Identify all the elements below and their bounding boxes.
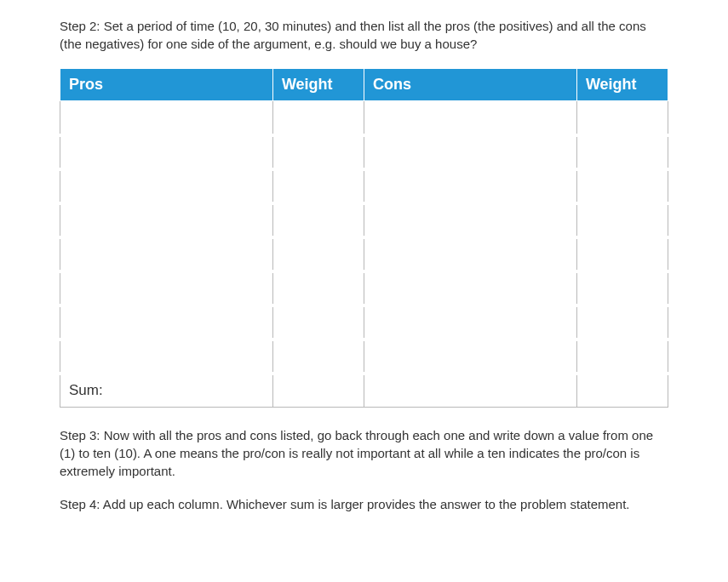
cell-con[interactable] [364,237,576,271]
cell-con-weight[interactable] [576,203,668,237]
header-cons-weight: Weight [576,69,668,101]
table-row [60,101,668,135]
cell-pro[interactable] [60,340,273,374]
cell-pro[interactable] [60,271,273,305]
cell-pro-weight[interactable] [272,305,364,340]
cell-sum-label: Sum: [60,374,273,408]
step4-text: Step 4: Add up each column. Whichever su… [60,495,668,513]
table-row [60,203,668,237]
cell-pro[interactable] [60,203,273,237]
header-cons: Cons [364,69,576,101]
cell-pro-weight[interactable] [272,101,364,135]
table-row [60,271,668,305]
cell-sum-pro-weight[interactable] [272,374,364,408]
cell-pro-weight[interactable] [272,271,364,305]
cell-pro-weight[interactable] [272,203,364,237]
table-header-row: Pros Weight Cons Weight [60,69,668,101]
table-sum-row: Sum: [60,374,668,408]
cell-pro-weight[interactable] [272,237,364,271]
cell-pro[interactable] [60,135,273,169]
cell-con[interactable] [364,340,576,374]
header-pros-weight: Weight [272,69,364,101]
table-row [60,305,668,340]
cell-con[interactable] [364,305,576,340]
step2-text: Step 2: Set a period of time (10, 20, 30… [60,17,668,53]
header-pros: Pros [60,69,273,101]
cell-con-weight[interactable] [576,271,668,305]
cell-sum-con-weight[interactable] [576,374,668,408]
cell-con-weight[interactable] [576,135,668,169]
step3-text: Step 3: Now with all the pros and cons l… [60,426,668,480]
table-row [60,169,668,203]
cell-pro[interactable] [60,237,273,271]
pros-cons-table: Pros Weight Cons Weight [60,68,668,408]
cell-con[interactable] [364,203,576,237]
cell-con[interactable] [364,271,576,305]
cell-pro[interactable] [60,169,273,203]
table-row [60,340,668,374]
cell-pro[interactable] [60,101,273,135]
cell-pro-weight[interactable] [272,169,364,203]
cell-pro[interactable] [60,305,273,340]
cell-con-weight[interactable] [576,340,668,374]
cell-sum-con[interactable] [364,374,576,408]
cell-pro-weight[interactable] [272,135,364,169]
cell-con-weight[interactable] [576,101,668,135]
cell-con-weight[interactable] [576,237,668,271]
table-row [60,135,668,169]
cell-con-weight[interactable] [576,169,668,203]
cell-con[interactable] [364,169,576,203]
cell-con-weight[interactable] [576,305,668,340]
cell-pro-weight[interactable] [272,340,364,374]
table-row [60,237,668,271]
cell-con[interactable] [364,101,576,135]
cell-con[interactable] [364,135,576,169]
